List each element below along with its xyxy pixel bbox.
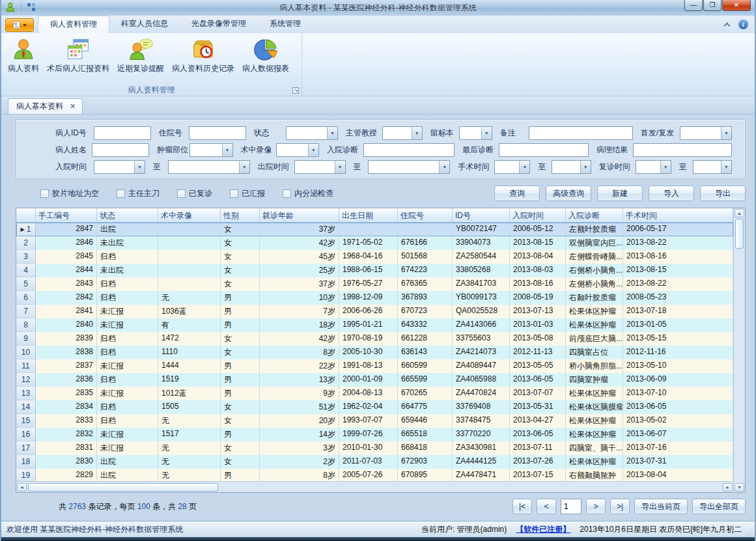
filter-combo-1-2[interactable]: ▼ — [276, 143, 320, 157]
scroll-left-icon[interactable]: ◄ — [17, 483, 27, 492]
combo-dropdown-icon[interactable]: ▼ — [481, 127, 492, 139]
new-button[interactable]: 新建 — [597, 186, 643, 201]
combo-dropdown-icon[interactable]: ▼ — [721, 127, 731, 139]
table-row[interactable]: 72841未汇报1036蓝男7岁2006-06-26670723QA002552… — [16, 305, 733, 318]
column-header-9[interactable]: 入院时间 — [510, 208, 566, 223]
horizontal-scroll-thumb[interactable] — [28, 483, 218, 492]
filter-combo-0-6[interactable]: ▼ — [680, 126, 732, 140]
column-header-6[interactable]: 出生日期 — [339, 208, 398, 223]
checkbox-icon[interactable] — [283, 189, 291, 198]
minimize-button[interactable]: — — [684, 0, 703, 11]
combo-dropdown-icon[interactable]: ▼ — [519, 161, 529, 173]
tab-patient-basic-data[interactable]: 病人基本资料 ✕ — [8, 98, 83, 114]
vertical-scrollbar[interactable]: ▲ ▼ — [733, 208, 745, 492]
combo-dropdown-icon[interactable]: ▼ — [660, 161, 671, 173]
filter-combo-2-0[interactable]: ▼ — [94, 160, 145, 174]
collapse-ribbon-icon[interactable] — [724, 22, 731, 29]
column-header-5[interactable]: 就诊年龄 — [260, 208, 339, 223]
maximize-button[interactable]: ❐ — [703, 0, 721, 11]
ribbon-button-patient-data[interactable]: 病人资料 — [4, 35, 43, 76]
column-header-3[interactable]: 术中录像 — [158, 208, 221, 223]
column-header-10[interactable]: 入院诊断 — [566, 208, 623, 223]
ribbon-tab-3[interactable]: 系统管理 — [258, 16, 313, 33]
checkbox-icon[interactable] — [40, 189, 49, 198]
resize-grip[interactable]: ⋰ — [747, 529, 753, 536]
scroll-down-icon[interactable]: ▼ — [735, 483, 744, 492]
filter-combo-2-7[interactable]: ▼ — [693, 160, 732, 174]
checkbox-icon[interactable] — [117, 189, 125, 198]
table-row[interactable]: 52843归档女37岁1976-05-27676365ZA38417032013… — [16, 277, 733, 291]
filter-combo-2-5[interactable]: ▼ — [552, 160, 591, 174]
table-row[interactable]: 92839归档1472女42岁1970-08-19661228337556032… — [16, 332, 733, 346]
table-row[interactable]: 122836归档1519男13岁2000-01-09665599ZA406598… — [16, 373, 733, 387]
export-all-pages-button[interactable]: 导出全部页 — [692, 499, 746, 514]
combo-dropdown-icon[interactable]: ▼ — [439, 161, 449, 173]
column-header-2[interactable]: 状态 — [97, 208, 158, 223]
filter-combo-2-6[interactable]: ▼ — [636, 160, 671, 174]
table-row[interactable]: 82840未汇报有男18岁1995-01-21643332ZA414306620… — [16, 318, 733, 332]
table-row[interactable]: 192829出院无男8岁2005-07-26670895ZA4478471201… — [16, 469, 733, 481]
combo-dropdown-icon[interactable]: ▼ — [239, 161, 249, 173]
filter-input-0-5[interactable] — [529, 126, 633, 140]
filter-combo-2-1[interactable]: ▼ — [168, 160, 250, 174]
table-row[interactable]: 152833归档无女20岁1993-07-0765944633748475201… — [16, 414, 733, 428]
combo-dropdown-icon[interactable]: ▼ — [327, 127, 337, 139]
header-indicator-cell[interactable] — [16, 208, 36, 223]
ribbon-button-data-report[interactable]: 病人数据报表 — [238, 35, 293, 76]
filter-checkbox-3[interactable]: 已汇报 — [230, 188, 265, 199]
page-input[interactable] — [561, 499, 581, 514]
ribbon-tab-1[interactable]: 科室人员信息 — [109, 16, 180, 33]
filter-combo-0-3[interactable]: ▼ — [382, 126, 423, 140]
filter-combo-0-4[interactable]: ▼ — [459, 126, 492, 140]
table-row[interactable]: 22846未出院女42岁1971-05-02676166339040732013… — [16, 236, 733, 250]
export-current-page-button[interactable]: 导出当前页 — [634, 499, 688, 514]
registered-link[interactable]: 【软件已注册】 — [516, 524, 570, 535]
filter-combo-2-4[interactable]: ▼ — [494, 160, 530, 174]
table-row[interactable]: 42844未出院女25岁1988-06-15674223338052682013… — [16, 264, 733, 277]
table-row[interactable]: 112837未汇报1444男22岁1991-08-13660599ZA40894… — [16, 359, 733, 373]
table-row[interactable]: 32845归档女45岁1968-04-16501568ZA25805442013… — [16, 250, 733, 264]
import-button[interactable]: 导入 — [649, 186, 694, 201]
table-row[interactable]: 132835未汇报1012蓝男9岁2004-08-13670265ZA44708… — [16, 387, 733, 400]
group-expander-icon[interactable]: ↘ — [292, 87, 299, 94]
app-menu-button[interactable] — [5, 18, 34, 32]
next-page-button[interactable]: > — [586, 499, 606, 514]
column-header-7[interactable]: 住院号 — [398, 208, 453, 223]
ribbon-button-postop-report[interactable]: 术后病人汇报资料 — [43, 35, 113, 76]
scroll-up-icon[interactable]: ▲ — [735, 209, 744, 217]
ribbon-button-revisit-reminder[interactable]: 近期复诊提醒 — [113, 35, 168, 76]
filter-combo-0-2[interactable]: ▼ — [286, 126, 338, 140]
last-page-button[interactable]: >| — [610, 499, 630, 514]
query-button[interactable]: 查询 — [494, 186, 540, 201]
filter-combo-1-1[interactable]: ▼ — [189, 143, 233, 157]
horizontal-scrollbar[interactable]: ◄ ► — [16, 481, 733, 492]
filter-input-0-0[interactable] — [94, 126, 151, 140]
table-row[interactable]: 62842归档无男10岁1998-12-09367893YB0099173200… — [16, 291, 733, 305]
combo-dropdown-icon[interactable]: ▼ — [222, 144, 232, 156]
filter-checkbox-2[interactable]: 已复诊 — [177, 188, 212, 199]
filter-input-1-5[interactable] — [633, 143, 732, 157]
table-row[interactable]: 182830出院无女2岁2011-07-03672903ZA4444125201… — [16, 455, 733, 469]
combo-dropdown-icon[interactable]: ▼ — [335, 161, 345, 173]
table-row[interactable]: 142834归档1505女51岁1962-02-0466477533769408… — [16, 400, 733, 414]
checkbox-icon[interactable] — [230, 189, 238, 198]
table-row[interactable]: 162832未汇报1517男14岁1999-07-266655183377022… — [16, 428, 733, 441]
ribbon-tab-0[interactable]: 病人资料管理 — [38, 16, 109, 33]
advanced-query-button[interactable]: 高级查询 — [546, 186, 591, 201]
combo-dropdown-icon[interactable]: ▼ — [580, 161, 591, 173]
column-header-11[interactable]: 手术时间 — [623, 208, 733, 223]
filter-checkbox-1[interactable]: 主任主刀 — [117, 188, 160, 199]
info-icon[interactable]: i — [738, 20, 748, 29]
vertical-scroll-thumb[interactable] — [735, 219, 744, 249]
close-button[interactable]: ✕ — [722, 0, 751, 11]
first-page-button[interactable]: |< — [512, 499, 532, 514]
filter-input-1-4[interactable] — [499, 143, 589, 157]
column-header-1[interactable]: 手工编号 — [36, 208, 97, 223]
filter-combo-2-2[interactable]: ▼ — [294, 160, 346, 174]
filter-input-1-3[interactable] — [363, 143, 455, 157]
filter-input-1-0[interactable] — [92, 143, 149, 157]
filter-combo-2-3[interactable]: ▼ — [368, 160, 450, 174]
column-header-4[interactable]: 性别 — [221, 208, 260, 223]
checkbox-icon[interactable] — [177, 189, 186, 198]
table-row[interactable]: ▶12847出院女37岁YB00721472006-05-12左额叶胶质瘤200… — [16, 223, 733, 236]
